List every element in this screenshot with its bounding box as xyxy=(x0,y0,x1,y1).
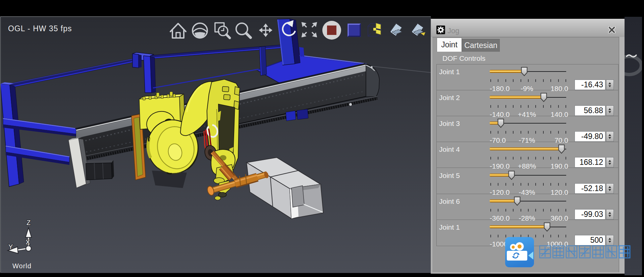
svg-text:Y: Y xyxy=(8,243,13,250)
svg-text:OGL - HW 35 fps: OGL - HW 35 fps xyxy=(8,24,72,33)
svg-text:World: World xyxy=(12,262,32,270)
svg-text:Z: Z xyxy=(26,219,31,226)
svg-text:X: X xyxy=(25,238,30,246)
